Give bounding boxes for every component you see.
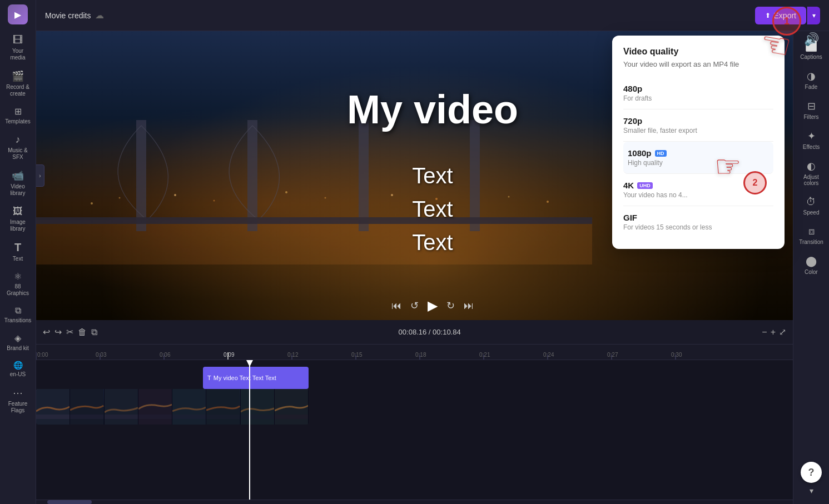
sidebar-item-video-library[interactable]: 📹 Video library	[2, 166, 34, 200]
hd-badge: HD	[655, 150, 667, 157]
sidebar-item-templates[interactable]: ⊞ Templates	[2, 103, 34, 128]
right-item-color[interactable]: ⬤ Color	[795, 251, 828, 280]
video-thumb-5	[172, 389, 206, 425]
timeline-area: ↩ ↪ ✂ 🗑 ⧉ 00:08.16 / 00:10.84 − + ⤢	[36, 320, 793, 504]
video-subtitle: Text Text Text	[412, 159, 453, 259]
quality-option-gif[interactable]: GIF For videos 15 seconds or less	[623, 206, 773, 238]
video-library-icon: 📹	[12, 169, 24, 182]
transition-icon: ⧈	[808, 226, 815, 237]
svg-point-15	[547, 201, 549, 203]
svg-rect-39	[36, 389, 70, 425]
sidebar-label-music-sfx: Music & SFX	[4, 147, 32, 161]
fast-forward-button[interactable]: ↻	[446, 300, 455, 312]
graphics-icon: ⚛	[14, 271, 22, 282]
video-thumb-1	[36, 389, 70, 425]
ruler-svg: 0:00 0:03 0:06 0:09 0:12 0:15 0:18 0:21	[36, 345, 793, 360]
scrollbar-thumb[interactable]	[47, 500, 92, 504]
sidebar-item-record-create[interactable]: 🎬 Record & create	[2, 67, 34, 101]
svg-text:0:03: 0:03	[96, 352, 107, 358]
video-track[interactable]	[36, 389, 309, 425]
right-item-filters[interactable]: ⊟ Filters	[795, 96, 828, 124]
quality-desc-4k: Your video has no 4...	[623, 191, 773, 199]
quality-desc-480p: For drafts	[623, 94, 773, 102]
video-thumb-7	[241, 389, 275, 425]
svg-point-12	[391, 194, 393, 196]
sidebar-item-transitions[interactable]: ⧉ Transitions	[2, 302, 34, 327]
right-item-effects[interactable]: ✦ Effects	[795, 126, 828, 154]
sidebar-label-templates: Templates	[5, 118, 31, 125]
duplicate-button[interactable]: ⧉	[91, 327, 97, 337]
quality-option-4k[interactable]: 4K UHD Your video has no 4...	[623, 174, 773, 206]
quality-option-1080p[interactable]: 1080p HD High quality	[623, 142, 773, 174]
sidebar-item-image-library[interactable]: 🖼 Image library	[2, 202, 34, 236]
svg-text:0:27: 0:27	[607, 352, 618, 358]
right-panel: ⬜ Captions ◑ Fade ⊟ Filters ✦ Effects ◐ …	[793, 31, 829, 504]
collapse-sidebar-button[interactable]: ›	[36, 164, 44, 187]
video-thumb-6	[206, 389, 240, 425]
quality-option-480p[interactable]: 480p For drafts	[623, 77, 773, 109]
skip-to-start-button[interactable]: ⏮	[391, 300, 401, 312]
fade-icon: ◑	[807, 70, 816, 82]
horizontal-scrollbar[interactable]	[36, 500, 793, 504]
bridge-svg	[36, 109, 592, 265]
cloud-save-icon[interactable]: ☁	[95, 10, 104, 21]
right-label-speed: Speed	[803, 209, 820, 216]
undo-button[interactable]: ↩	[43, 327, 50, 337]
video-thumb-3	[105, 389, 138, 425]
filters-icon: ⊟	[807, 100, 816, 112]
sidebar-item-feature-flags[interactable]: ⋯ Feature Flags	[2, 383, 34, 417]
right-item-transition[interactable]: ⧈ Transition	[795, 221, 828, 249]
fit-to-screen-button[interactable]: ⤢	[779, 327, 786, 337]
right-item-fade[interactable]: ◑ Fade	[795, 66, 828, 94]
video-thumb-4	[138, 389, 172, 425]
sidebar-item-your-media[interactable]: 🎞 Your media	[2, 31, 34, 64]
help-button[interactable]: ?	[801, 462, 822, 483]
collapse-right-panel-button[interactable]: ▾	[810, 486, 813, 495]
cut-button[interactable]: ✂	[66, 327, 73, 337]
zoom-out-button[interactable]: −	[762, 327, 767, 337]
right-label-effects: Effects	[803, 144, 820, 150]
redo-button[interactable]: ↪	[54, 327, 62, 337]
skip-to-end-button[interactable]: ⏭	[464, 300, 474, 312]
play-button[interactable]: ▶	[428, 298, 438, 313]
svg-point-7	[119, 197, 121, 199]
sidebar-item-en-us[interactable]: 🌐 en-US	[2, 357, 34, 381]
svg-rect-4	[470, 120, 480, 231]
svg-rect-47	[172, 389, 206, 425]
right-item-captions[interactable]: ⬜ Captions	[795, 36, 828, 64]
color-icon: ⬤	[806, 255, 817, 267]
sidebar-item-text[interactable]: T Text	[2, 238, 34, 266]
export-icon: ⬆	[765, 12, 771, 19]
right-label-transition: Transition	[799, 239, 823, 245]
timeline-timestamp: 00:08.16 / 00:10.84	[102, 328, 757, 336]
sidebar-label-feature-flags: Feature Flags	[4, 401, 32, 414]
zoom-in-button[interactable]: +	[771, 327, 776, 337]
export-dropdown-button[interactable]: ▾	[807, 7, 820, 24]
quality-option-720p[interactable]: 720p Smaller file, faster export	[623, 109, 773, 142]
text-track[interactable]: T My video Text Text Text	[203, 367, 309, 389]
right-item-speed[interactable]: ⏱ Speed	[795, 192, 828, 220]
timeline-tracks: T My video Text Text Text	[36, 360, 793, 500]
right-item-adjust-colors[interactable]: ◐ Adjust colors	[795, 156, 828, 191]
svg-text:0:18: 0:18	[415, 352, 426, 358]
brand-kit-icon: ◈	[14, 333, 21, 343]
sidebar-item-music-sfx[interactable]: ♪ Music & SFX	[2, 131, 34, 164]
music-sfx-icon: ♪	[16, 134, 21, 146]
svg-rect-3	[359, 120, 369, 231]
export-button[interactable]: ⬆ Export	[755, 7, 806, 24]
captions-icon: ⬜	[805, 40, 817, 52]
sidebar-label-brand-kit: Brand kit	[7, 345, 28, 352]
sidebar-item-graphics[interactable]: ⚛ 88 Graphics	[2, 268, 34, 300]
video-thumb-2	[70, 389, 104, 425]
playhead[interactable]	[249, 360, 250, 500]
svg-point-9	[214, 200, 215, 202]
delete-button[interactable]: 🗑	[78, 327, 87, 337]
svg-point-11	[325, 197, 326, 199]
feature-flags-icon: ⋯	[13, 387, 23, 399]
rewind-button[interactable]: ↺	[410, 300, 419, 312]
sidebar-label-transitions: Transitions	[4, 317, 32, 324]
right-label-color: Color	[805, 269, 818, 275]
sidebar-item-brand-kit[interactable]: ◈ Brand kit	[2, 330, 34, 355]
image-library-icon: 🖼	[13, 206, 23, 217]
timeline-toolbar: ↩ ↪ ✂ 🗑 ⧉ 00:08.16 / 00:10.84 − + ⤢	[36, 320, 793, 345]
